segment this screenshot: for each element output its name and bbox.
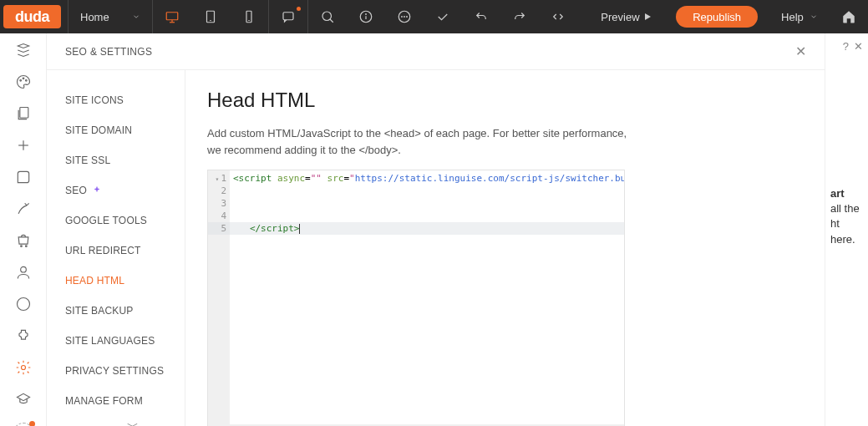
sparkle-icon	[92, 185, 102, 195]
svg-rect-0	[166, 13, 178, 20]
info-button[interactable]	[347, 0, 385, 33]
svg-line-9	[330, 19, 333, 23]
code-editor[interactable]: 1 2 3 4 5 <script async="" src="https://…	[207, 170, 625, 426]
play-icon	[642, 12, 652, 22]
close-button[interactable]: ✕	[795, 43, 806, 59]
svg-point-8	[322, 12, 332, 21]
rail-theme[interactable]	[15, 74, 32, 90]
sidenav-site-icons[interactable]: SITE ICONS	[47, 85, 185, 115]
left-rail	[0, 33, 47, 426]
devmode-button[interactable]	[539, 0, 577, 33]
redo-icon	[512, 9, 527, 24]
sidenav-url-redirect[interactable]: URL REDIRECT	[47, 236, 185, 266]
search-button[interactable]	[308, 0, 347, 33]
sidenav-head-html[interactable]: HEAD HTML	[47, 266, 185, 296]
rail-comments[interactable]	[15, 296, 32, 312]
svg-point-15	[404, 17, 405, 18]
rail-ai[interactable]	[13, 423, 33, 426]
rail-learn[interactable]	[15, 391, 32, 408]
sidenav-privacy-settings[interactable]: PRIVACY SETTINGS	[47, 356, 185, 386]
code-icon	[551, 9, 566, 24]
settings-sidenav: SITE ICONS SITE DOMAIN SITE SSL SEO GOOG…	[47, 70, 185, 426]
chevron-down-icon	[132, 13, 140, 21]
svg-point-25	[25, 246, 27, 247]
content-description: Add custom HTML/JavaScript to the <head>…	[207, 125, 642, 158]
code-gutter: 1 2 3 4 5	[208, 170, 230, 426]
svg-point-19	[23, 78, 24, 79]
svg-point-14	[402, 17, 403, 18]
desktop-icon	[165, 9, 180, 24]
home-dashboard-button[interactable]	[830, 0, 868, 33]
sidenav-site-languages[interactable]: SITE LANGUAGES	[47, 326, 185, 356]
rail-add[interactable]	[15, 137, 32, 154]
info-icon	[358, 9, 373, 24]
check-button[interactable]	[424, 0, 462, 33]
rail-ecommerce[interactable]	[15, 232, 32, 249]
help-button[interactable]: Help	[769, 0, 830, 33]
sidenav-site-domain[interactable]: SITE DOMAIN	[47, 115, 185, 145]
settings-panel: SEO & SETTINGS ✕ SITE ICONS SITE DOMAIN …	[47, 33, 825, 426]
panel-title: SEO & SETTINGS	[65, 46, 152, 58]
svg-point-16	[407, 17, 408, 18]
svg-rect-7	[283, 13, 293, 20]
svg-point-24	[20, 246, 22, 247]
close-icon[interactable]: ✕	[854, 40, 863, 53]
logo[interactable]: duda	[3, 5, 61, 28]
rail-settings[interactable]	[15, 359, 32, 376]
mobile-icon	[241, 9, 256, 24]
page-selector[interactable]: Home	[69, 0, 152, 33]
svg-point-20	[25, 80, 27, 82]
rail-personalize[interactable]	[15, 200, 32, 217]
check-icon	[435, 9, 450, 24]
search-icon	[320, 9, 335, 24]
background-text: art all the ht here.	[830, 186, 863, 247]
chevron-down-icon	[810, 13, 818, 21]
sidenav-manage-form[interactable]: MANAGE FORM	[47, 386, 185, 416]
svg-point-26	[20, 266, 26, 272]
comments-button[interactable]	[269, 0, 307, 33]
topbar: duda Home Preview	[0, 0, 868, 33]
notification-dot	[29, 421, 35, 426]
panel-header: SEO & SETTINGS ✕	[47, 33, 825, 70]
sidenav-seo[interactable]: SEO	[47, 175, 185, 205]
device-tablet-button[interactable]	[191, 0, 230, 33]
sidenav-site-ssl[interactable]: SITE SSL	[47, 145, 185, 175]
device-desktop-button[interactable]	[153, 0, 191, 33]
svg-rect-21	[19, 108, 28, 119]
notification-dot	[297, 7, 301, 11]
svg-point-12	[366, 14, 367, 15]
rail-pages[interactable]	[15, 105, 32, 122]
home-icon	[841, 9, 856, 24]
rail-content[interactable]	[15, 169, 32, 185]
undo-button[interactable]	[462, 0, 500, 33]
help-icon[interactable]: ?	[843, 40, 849, 53]
sidenav-collapse[interactable]: ︿	[65, 419, 77, 426]
rail-widgets[interactable]	[15, 42, 32, 58]
sidenav-google-tools[interactable]: GOOGLE TOOLS	[47, 205, 185, 236]
undo-icon	[474, 9, 489, 24]
chat-button[interactable]	[385, 0, 424, 33]
main: SEO & SETTINGS ✕ SITE ICONS SITE DOMAIN …	[47, 33, 868, 426]
svg-marker-17	[645, 13, 651, 20]
code-lines[interactable]: <script async="" src="https://static.lin…	[230, 170, 624, 426]
sidenav-expand[interactable]: ﹀	[127, 419, 139, 426]
preview-button[interactable]: Preview	[589, 0, 664, 33]
background-panel: ? ✕ art all the ht here.	[825, 33, 868, 426]
comment-icon	[281, 9, 296, 24]
svg-point-27	[17, 298, 29, 311]
rail-blog[interactable]	[15, 264, 32, 281]
svg-point-18	[19, 80, 21, 82]
content-area: Head HTML Add custom HTML/JavaScript to …	[185, 70, 825, 426]
republish-button[interactable]: Republish	[676, 6, 758, 28]
rail-apps[interactable]	[15, 327, 32, 344]
tablet-icon	[203, 9, 218, 24]
sidenav-site-backup[interactable]: SITE BACKUP	[47, 296, 185, 326]
svg-point-28	[21, 366, 25, 370]
content-heading: Head HTML	[207, 89, 803, 112]
redo-button[interactable]	[500, 0, 539, 33]
device-mobile-button[interactable]	[230, 0, 268, 33]
chat-icon	[397, 9, 412, 24]
